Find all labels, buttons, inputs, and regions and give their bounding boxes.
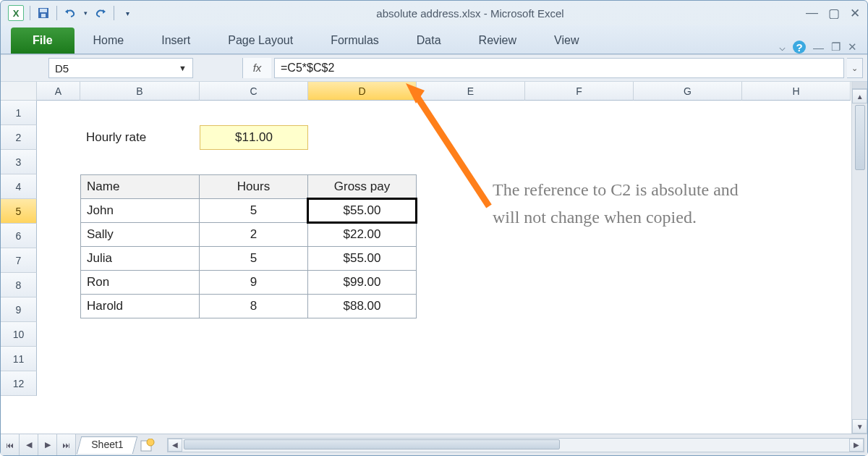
tab-view[interactable]: View [535, 28, 597, 54]
window-title: absolute address.xlsx - Microsoft Excel [135, 7, 806, 20]
scroll-up-icon[interactable]: ▲ [852, 89, 867, 104]
excel-icon[interactable]: X [8, 5, 24, 21]
cell-B8[interactable]: Ron [80, 270, 200, 295]
tab-home[interactable]: Home [75, 28, 143, 54]
annotation-arrow-icon [406, 83, 507, 228]
row-header-3[interactable]: 3 [1, 150, 37, 174]
insert-function-icon[interactable]: fx [242, 58, 271, 78]
tab-page-layout[interactable]: Page Layout [209, 28, 312, 54]
excel-window: X ▾ ▾ absolute address.xlsx - Microsoft … [0, 0, 868, 456]
sheet-nav-last-icon[interactable]: ⏭ [57, 434, 76, 455]
col-header-C[interactable]: C [200, 82, 308, 101]
row-header-11[interactable]: 11 [1, 347, 37, 371]
vertical-scrollbar[interactable]: ▲ ▼ [851, 82, 867, 434]
cell-D4[interactable]: Gross pay [307, 174, 417, 199]
cell-C2[interactable]: $11.00 [200, 125, 308, 150]
sheet-tab-sheet1[interactable]: Sheet1 [77, 436, 138, 454]
formula-input[interactable]: =C5*$C$2 [274, 58, 844, 78]
row-header-12[interactable]: 12 [1, 371, 37, 396]
col-header-H[interactable]: H [742, 82, 851, 101]
cell-B9[interactable]: Harold [80, 294, 200, 318]
cell-D7[interactable]: $55.00 [307, 246, 417, 271]
title-bar: X ▾ ▾ absolute address.xlsx - Microsoft … [1, 1, 867, 25]
cell-D5[interactable]: $55.00 [307, 198, 417, 224]
cell-B4[interactable]: Name [80, 174, 200, 199]
sheet-nav-first-icon[interactable]: ⏮ [1, 434, 20, 455]
tab-formulas[interactable]: Formulas [312, 28, 398, 54]
row-header-7[interactable]: 7 [1, 248, 37, 273]
close-icon[interactable]: ✕ [850, 6, 860, 21]
annotation-text: The reference to C2 is absolute and will… [493, 176, 753, 232]
redo-icon[interactable] [93, 6, 108, 20]
name-box-dropdown-icon[interactable]: ▼ [179, 64, 187, 72]
hscroll-left-icon[interactable]: ◀ [168, 439, 182, 452]
svg-point-6 [147, 439, 154, 446]
cell-C7[interactable]: 5 [199, 246, 308, 271]
tab-insert[interactable]: Insert [142, 28, 209, 54]
quick-access-toolbar: X ▾ ▾ [8, 5, 135, 21]
col-header-B[interactable]: B [80, 82, 200, 101]
help-icon[interactable]: ? [793, 41, 806, 54]
svg-line-3 [413, 90, 489, 206]
grid[interactable]: A B C D E F G H 1 2 3 4 5 6 7 8 9 10 [1, 82, 851, 434]
cell-D8[interactable]: $99.00 [307, 270, 417, 295]
row-header-1[interactable]: 1 [1, 101, 37, 125]
workbook-close-icon[interactable]: ✕ [848, 41, 857, 54]
hscroll-thumb[interactable] [184, 439, 560, 449]
cell-C8[interactable]: 9 [199, 270, 308, 295]
cell-B6[interactable]: Sally [80, 222, 200, 247]
tab-review[interactable]: Review [460, 28, 535, 54]
minimize-icon[interactable]: ― [806, 6, 818, 20]
row-header-6[interactable]: 6 [1, 224, 37, 248]
row-header-4[interactable]: 4 [1, 174, 37, 199]
col-header-A[interactable]: A [37, 82, 80, 101]
scroll-down-icon[interactable]: ▼ [852, 419, 867, 434]
name-box-value: D5 [55, 62, 179, 75]
row-header-2[interactable]: 2 [1, 125, 37, 150]
sheet-nav-buttons: ⏮ ◀ ▶ ⏭ [1, 434, 76, 455]
horizontal-scrollbar[interactable]: ◀ ▶ [167, 438, 864, 452]
tab-data[interactable]: Data [398, 28, 460, 54]
col-header-G[interactable]: G [634, 82, 742, 101]
cell-D9[interactable]: $88.00 [307, 294, 417, 318]
svg-rect-2 [41, 14, 46, 17]
tab-file[interactable]: File [11, 28, 75, 54]
row-header-8[interactable]: 8 [1, 273, 37, 297]
workbook-minimize-icon[interactable]: ― [813, 41, 824, 54]
row-header-10[interactable]: 10 [1, 322, 37, 347]
cell-D6[interactable]: $22.00 [307, 222, 417, 247]
cell-C6[interactable]: 2 [199, 222, 308, 247]
sheet-nav-prev-icon[interactable]: ◀ [20, 434, 38, 455]
ribbon-tabs: File Home Insert Page Layout Formulas Da… [1, 25, 867, 54]
sheet-tab-label: Sheet1 [91, 439, 123, 450]
worksheet-area: A B C D E F G H 1 2 3 4 5 6 7 8 9 10 [1, 82, 867, 434]
col-header-D[interactable]: D [308, 82, 417, 101]
row-header-9[interactable]: 9 [1, 297, 37, 322]
save-icon[interactable] [36, 6, 51, 20]
workbook-restore-icon[interactable]: ❐ [831, 41, 841, 54]
svg-rect-1 [40, 9, 47, 12]
undo-icon[interactable] [63, 6, 77, 20]
name-box[interactable]: D5 ▼ [48, 58, 193, 78]
split-handle-icon[interactable] [852, 82, 867, 89]
cell-C9[interactable]: 8 [199, 294, 308, 318]
undo-dropdown-icon[interactable]: ▾ [82, 6, 89, 20]
cell-C5[interactable]: 5 [199, 198, 308, 223]
cell-B5[interactable]: John [80, 198, 200, 223]
sheet-nav-next-icon[interactable]: ▶ [38, 434, 57, 455]
col-header-F[interactable]: F [525, 82, 634, 101]
new-sheet-icon[interactable] [138, 437, 157, 453]
hscroll-right-icon[interactable]: ▶ [849, 439, 864, 452]
sheet-tab-bar: ⏮ ◀ ▶ ⏭ Sheet1 ◀ ▶ [1, 434, 867, 455]
vscroll-thumb[interactable] [855, 105, 865, 170]
formula-bar-expand-icon[interactable]: ⌄ [847, 58, 863, 78]
cell-B2[interactable]: Hourly rate [80, 125, 200, 150]
row-header-5[interactable]: 5 [1, 199, 37, 224]
window-controls: ― ▢ ✕ [806, 6, 860, 21]
select-all-triangle[interactable] [1, 82, 37, 101]
cell-B7[interactable]: Julia [80, 246, 200, 271]
cell-C4[interactable]: Hours [199, 174, 308, 199]
maximize-icon[interactable]: ▢ [828, 6, 840, 21]
qat-customize-icon[interactable]: ▾ [120, 6, 135, 20]
ribbon-min-icon[interactable]: ⌵ [779, 41, 786, 54]
